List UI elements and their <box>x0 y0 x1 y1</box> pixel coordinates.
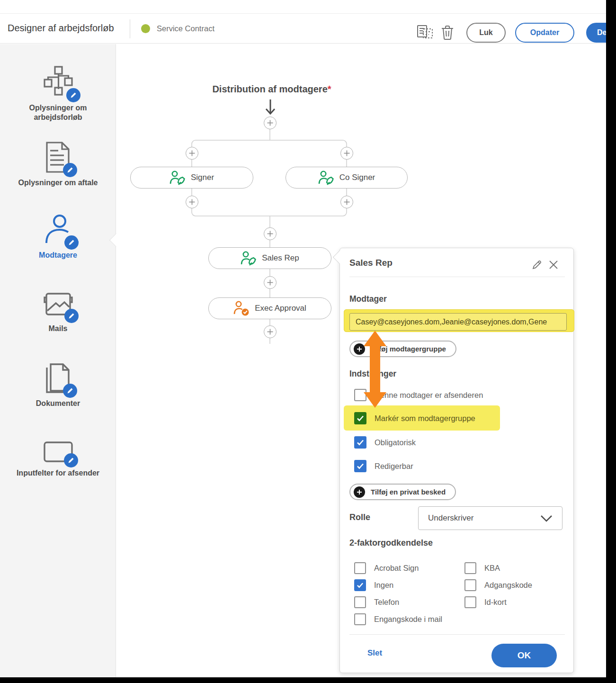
plus-icon <box>354 343 365 355</box>
panel-divider <box>349 634 565 635</box>
update-button[interactable]: Opdater <box>515 23 574 43</box>
checkbox-label: Redigerbar <box>375 462 413 471</box>
sidebar-item-label: Mails <box>11 324 106 333</box>
checkbox-checked[interactable] <box>354 412 366 424</box>
edit-badge-icon <box>63 163 77 177</box>
page-title: Designer af arbejdsforløb <box>8 23 114 34</box>
node-exec-approval[interactable]: Exec Approval <box>208 297 331 319</box>
sidebar-item-documents[interactable]: Dokumenter <box>0 363 116 408</box>
auth-row-id-card[interactable]: Id-kort <box>464 596 532 608</box>
auth-row-none[interactable]: Ingen <box>354 579 442 591</box>
add-recipient-group-button[interactable]: Tilføj modtagergruppe <box>349 341 456 357</box>
checkbox-checked[interactable] <box>354 460 366 472</box>
header-divider <box>130 19 130 38</box>
add-recipient-button[interactable] <box>264 117 277 129</box>
add-recipient-button[interactable] <box>264 325 277 338</box>
checkbox-unchecked[interactable] <box>354 613 366 625</box>
node-label: Sales Rep <box>262 253 299 263</box>
checkbox-label: Obligatorisk <box>375 438 416 447</box>
twofactor-label: 2-faktorgodkendelse <box>349 538 433 548</box>
chevron-down-icon <box>540 515 553 522</box>
add-recipient-button[interactable] <box>340 196 353 208</box>
status-dot-icon <box>141 24 150 33</box>
auth-options-right: KBA Adgangskode Id-kort <box>464 562 532 608</box>
sidebar-item-sender-input-fields[interactable]: Inputfelter for afsender <box>0 441 116 478</box>
add-recipient-button[interactable] <box>186 147 198 160</box>
checkbox-label: Ingen <box>374 581 393 590</box>
letterbox-strip <box>606 0 616 683</box>
approver-icon <box>233 301 250 316</box>
sidebar-item-recipients[interactable]: Modtagere <box>0 214 116 260</box>
duplicate-icon[interactable] <box>417 25 434 41</box>
sidebar-item-agreement-info[interactable]: Oplysninger om aftale <box>0 141 116 188</box>
checkbox-label: Acrobat Sign <box>374 564 419 573</box>
edit-badge-icon <box>63 384 77 398</box>
node-sales-rep[interactable]: Sales Rep <box>208 247 331 269</box>
checkbox-label: Denne modtager er afsenderen <box>375 391 483 400</box>
node-signer[interactable]: Signer <box>130 167 253 189</box>
checkbox-row-editable[interactable]: Redigerbar <box>354 460 413 472</box>
checkbox-checked[interactable] <box>354 579 366 591</box>
recipient-properties-panel: Sales Rep Modtager Tilføj modtagergruppe… <box>339 248 574 673</box>
checkbox-row-recipient-group[interactable]: Markér som modtagergruppe <box>354 412 475 424</box>
role-label: Rolle <box>349 512 370 522</box>
checkbox-unchecked[interactable] <box>464 596 476 608</box>
add-private-message-button[interactable]: Tilføj en privat besked <box>349 484 456 500</box>
checkbox-row-sender[interactable]: Denne modtager er afsenderen <box>354 389 483 401</box>
node-label: Signer <box>191 173 214 182</box>
add-recipient-button[interactable] <box>264 276 277 289</box>
checkbox-label: Engangskode i mail <box>374 615 442 624</box>
edit-badge-icon <box>64 235 79 250</box>
checkbox-unchecked[interactable] <box>354 596 366 608</box>
sidebar-item-emails[interactable]: Mails <box>0 289 116 333</box>
delete-recipient-link[interactable]: Slet <box>367 648 382 658</box>
auth-row-otp-email[interactable]: Engangskode i mail <box>354 613 442 625</box>
plus-icon <box>354 486 365 498</box>
auth-options-left: Acrobat Sign Ingen Telefon Engangskode i… <box>354 562 442 625</box>
add-recipient-button[interactable] <box>264 227 277 240</box>
checkbox-label: Id-kort <box>484 598 507 607</box>
workflow-designer-app: Designer af arbejdsforløb Service Contra… <box>0 0 616 683</box>
auth-row-kba[interactable]: KBA <box>464 562 532 574</box>
sidebar-item-label: Modtagere <box>11 251 106 260</box>
checkbox-checked[interactable] <box>354 436 366 449</box>
node-co-signer[interactable]: Co Signer <box>286 167 408 189</box>
checkbox-label: Markér som modtagergruppe <box>375 414 475 423</box>
panel-divider <box>349 277 565 277</box>
close-button[interactable]: Luk <box>466 23 506 43</box>
edit-name-icon[interactable] <box>532 260 542 272</box>
signer-icon <box>170 171 186 185</box>
checkbox-unchecked[interactable] <box>464 562 476 574</box>
signer-icon <box>241 251 257 266</box>
sidebar-item-workflow-info[interactable]: Oplysninger om arbejdsforløb <box>0 65 116 122</box>
checkbox-row-required[interactable]: Obligatorisk <box>354 436 416 449</box>
edit-badge-icon <box>64 453 78 467</box>
add-recipient-button[interactable] <box>186 196 198 208</box>
sidebar-item-label: Dokumenter <box>11 399 106 408</box>
ok-button[interactable]: OK <box>491 644 557 667</box>
edit-badge-icon <box>66 88 80 102</box>
checkbox-unchecked[interactable] <box>464 579 476 591</box>
auth-row-password[interactable]: Adgangskode <box>464 579 532 591</box>
auth-row-acrobat-sign[interactable]: Acrobat Sign <box>354 562 442 574</box>
workflow-name: Service Contract <box>157 24 214 33</box>
delete-workflow-icon[interactable] <box>441 25 455 42</box>
button-label: Tilføj modtagergruppe <box>371 345 446 353</box>
sidebar-item-label: Inputfelter for afsender <box>11 468 106 478</box>
panel-title: Sales Rep <box>349 258 393 268</box>
letterbox-strip <box>0 677 616 683</box>
edit-badge-icon <box>64 309 79 323</box>
sidebar-item-label: Oplysninger om arbejdsforløb <box>11 103 106 122</box>
node-label: Exec Approval <box>255 304 306 313</box>
button-label: Tilføj en privat besked <box>371 488 446 496</box>
top-toolbar: Designer af arbejdsforløb Service Contra… <box>0 13 616 44</box>
add-recipient-button[interactable] <box>340 147 353 160</box>
checkbox-unchecked[interactable] <box>354 562 366 574</box>
auth-row-phone[interactable]: Telefon <box>354 596 442 608</box>
role-dropdown[interactable]: Underskriver <box>418 506 562 530</box>
checkbox-unchecked[interactable] <box>354 389 366 401</box>
checkbox-label: Adgangskode <box>484 581 532 590</box>
signer-icon <box>318 171 334 185</box>
recipient-email-input[interactable] <box>349 313 567 331</box>
close-panel-icon[interactable] <box>548 260 559 272</box>
